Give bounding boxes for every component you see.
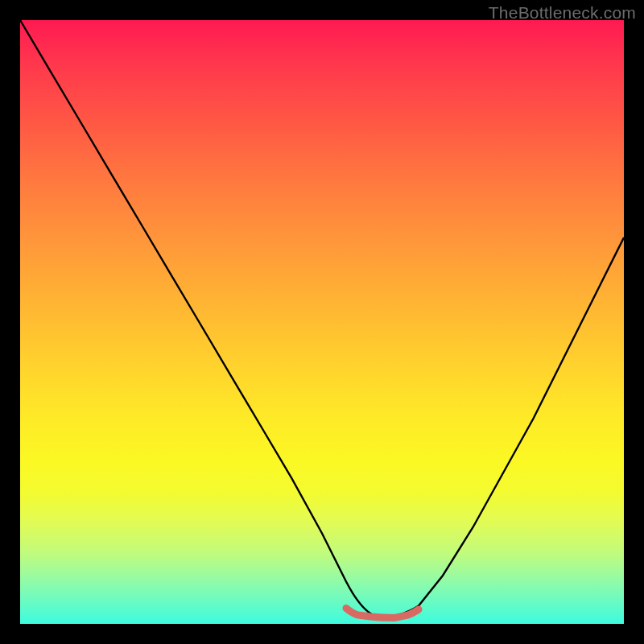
chart-frame: TheBottleneck.com [0,0,644,644]
watermark-text: TheBottleneck.com [489,3,636,23]
chart-svg [20,20,624,624]
bottleneck-curve [20,20,624,617]
bottom-highlight [346,609,419,618]
chart-plot-area [20,20,624,624]
